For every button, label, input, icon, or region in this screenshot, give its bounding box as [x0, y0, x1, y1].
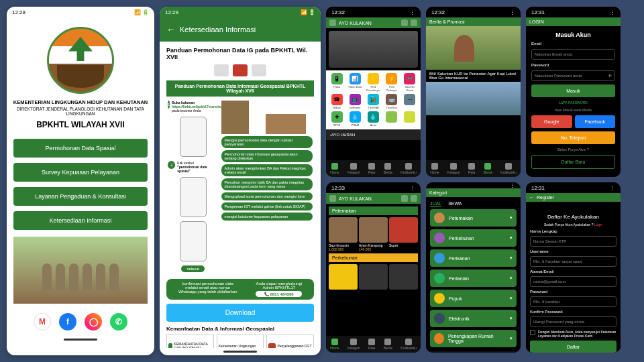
product-card[interactable]: Sapi limousin1.000.000	[329, 217, 358, 251]
facebook-button[interactable]: Facebook	[575, 115, 616, 128]
login-link[interactable]: Login	[594, 223, 602, 227]
card[interactable]: Kementerian Lingkungan Hidup dan Kehutan…	[217, 335, 264, 348]
status-bar: 12:28📶 🔋	[7, 7, 154, 17]
nav-kulakanku[interactable]: Kulakanku	[400, 163, 416, 174]
brand: AYO KULAKAN	[339, 21, 372, 25]
selesai-badge: selesai	[181, 265, 205, 272]
gesture-bar	[223, 351, 257, 353]
product-card[interactable]	[359, 264, 388, 290]
register-button[interactable]: Daftar Baru	[531, 155, 615, 169]
nama-input[interactable]: Nama Sesuai KTP	[530, 236, 616, 247]
nav-kategori[interactable]: Kategori	[447, 163, 460, 174]
email-input[interactable]: Masukan Email anda	[531, 49, 615, 60]
nav-kulakanku[interactable]: Kulakanku	[400, 339, 416, 350]
hero-banner[interactable]	[329, 31, 418, 68]
btn-layanan[interactable]: Layanan Pengaduan & Konsultasi	[13, 187, 148, 206]
cat-item[interactable]: Pupuk▾	[430, 290, 517, 307]
btn-survey[interactable]: Survey Kepuasan Pelayanan	[13, 163, 148, 182]
admin-contact: konfirmasi permohonan data melalui email…	[166, 279, 314, 300]
instagram-icon[interactable]: ◯	[85, 313, 102, 330]
news-image[interactable]	[426, 26, 521, 70]
chat-icon[interactable]	[329, 19, 336, 26]
nav-kategori[interactable]: Kategori	[347, 339, 360, 350]
cat-item[interactable]: Pertanian▾	[430, 269, 517, 287]
via-label: Atau Masuk lewat Media	[531, 108, 615, 112]
gmail-icon[interactable]: M	[34, 313, 51, 330]
status-bar: 12:31⋮	[526, 7, 621, 17]
btn-ketersediaan[interactable]: Ketersediaan Informasi	[13, 211, 148, 230]
password-input[interactable]: Masukkan Password anda👁	[531, 70, 615, 81]
chat-icon[interactable]	[329, 195, 336, 202]
nav-home[interactable]: Home	[430, 163, 439, 174]
form-title: Daftar Ke Ayokulakan	[530, 214, 616, 220]
app-logo	[47, 27, 114, 94]
header: Kategori	[426, 188, 521, 197]
cart-icon[interactable]	[401, 195, 408, 202]
cat-header: Perkebunan	[329, 253, 418, 262]
card[interactable]: Penyelenggaraan DGT KLHK	[266, 335, 314, 348]
nav-peta[interactable]: Peta	[368, 163, 375, 174]
step-num-2: 2	[168, 161, 175, 169]
gesture-bar	[64, 339, 97, 341]
carousel[interactable]: ‹ AYO HURAH	[326, 129, 421, 140]
nav-kategori[interactable]: Kategori	[347, 163, 360, 174]
email-input[interactable]: nama@gmail.com	[530, 276, 616, 287]
nav-home[interactable]: Home	[330, 163, 339, 174]
bell-icon[interactable]	[411, 19, 417, 26]
bottom-nav: Home Kategori Peta Berita Kulakanku	[426, 160, 521, 177]
status-bar: 12:33⋮	[326, 182, 421, 193]
google-button[interactable]: Google	[531, 115, 572, 128]
cat-item[interactable]: Peternakan▾	[430, 209, 517, 227]
product-card[interactable]	[389, 264, 418, 290]
admin-left: konfirmasi permohonan data melalui email…	[178, 282, 237, 297]
register-form: Daftar Ke Ayokulakan Sudah Punya Akun Ay…	[526, 202, 621, 353]
password-input[interactable]: Min. 6 karakter	[530, 296, 616, 307]
terms-check[interactable]: Dengan Membuat Akun, Anda menyetujui Ket…	[530, 330, 616, 338]
nav-berita[interactable]: Berita	[384, 339, 392, 350]
tabs: JUALSEWA	[430, 201, 517, 206]
nav-peta[interactable]: Peta	[368, 339, 375, 350]
nav-berita[interactable]: Berita	[484, 163, 492, 174]
eye-icon[interactable]: 👁	[608, 74, 612, 78]
btn-permohonan[interactable]: Permohonan Data Spasial	[13, 139, 148, 158]
step-num-1: 1	[168, 101, 170, 109]
status-bar: 12:32⋮	[326, 7, 421, 17]
cat-item[interactable]: Perkebunan▾	[430, 229, 517, 247]
cat-item[interactable]: Elektronik▾	[430, 310, 517, 327]
product-card[interactable]: Super	[389, 217, 418, 251]
header-title: Register	[537, 195, 554, 200]
forgot-link[interactable]: LUPA PASSWORD	[531, 101, 615, 105]
bell-icon[interactable]	[411, 195, 417, 202]
status-bar: 12:31⋮	[526, 182, 621, 193]
admin-right: Anda dapat menghubungi Admin BPKHTL17📞 0…	[256, 282, 302, 297]
facebook-icon[interactable]: f	[59, 313, 76, 330]
phone-login: 12:31⋮ LOGIN Masuk Akun Email Masukan Em…	[526, 7, 621, 177]
login-button[interactable]: Masuk	[531, 84, 615, 97]
confirm-input[interactable]: Ulangi Password yang sama	[530, 316, 616, 327]
illustration	[221, 101, 313, 134]
download-button[interactable]: Download	[166, 304, 314, 322]
cat-item[interactable]: Perikanan▾	[430, 249, 517, 267]
news-image-2[interactable]	[426, 82, 521, 115]
product-card[interactable]	[329, 264, 358, 290]
form-title: Masuk Akun	[531, 32, 615, 38]
whatsapp-icon[interactable]: ✆	[110, 313, 127, 330]
username-input[interactable]: Min. 6 Karakter tanpa spasi	[530, 256, 616, 267]
nav-peta[interactable]: Peta	[468, 163, 475, 174]
cat-item[interactable]: Perlengkapan Rumah Tangga▾	[430, 330, 517, 347]
nav-home[interactable]: Home	[330, 339, 339, 350]
nav-kulakanku[interactable]: Kulakanku	[500, 163, 516, 174]
product-card[interactable]: Ayam Kampung140.000	[359, 217, 388, 251]
tab-jual[interactable]: JUAL	[430, 201, 441, 206]
tab-sewa[interactable]: SEWA	[448, 201, 462, 206]
back-icon[interactable]: ←	[166, 24, 176, 35]
telepon-button[interactable]: No. Telepon	[531, 131, 615, 144]
daftar-button[interactable]: Daftar	[530, 341, 616, 353]
back-icon[interactable]: ←	[529, 195, 534, 200]
card[interactable]: KEMANFAATAN DATA DAN INFORMASI GEOSPASIA…	[166, 335, 214, 348]
nav-berita[interactable]: Berita	[384, 163, 392, 174]
cart-icon[interactable]	[401, 19, 408, 26]
no-account-label: Belum Punya Akun ?	[531, 147, 615, 152]
email-label: Alamat Email	[530, 269, 616, 274]
password-label: Password	[531, 63, 615, 67]
